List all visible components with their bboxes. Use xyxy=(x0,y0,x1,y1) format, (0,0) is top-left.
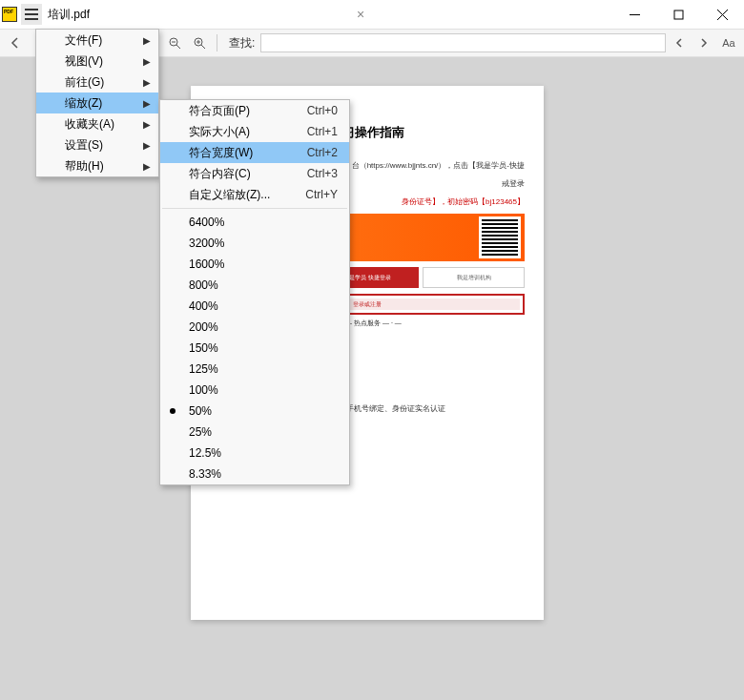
zoom-level-6400%[interactable]: 6400% xyxy=(160,212,349,233)
document-title: 培训.pdf xyxy=(48,7,90,23)
find-next-button[interactable] xyxy=(692,31,715,54)
shortcut-label: Ctrl+0 xyxy=(307,104,338,117)
app-icon xyxy=(2,7,17,22)
window-close-button[interactable] xyxy=(700,0,744,29)
zoom-level-3200%[interactable]: 3200% xyxy=(160,233,349,254)
svg-rect-1 xyxy=(674,10,683,19)
zoom-level-150%[interactable]: 150% xyxy=(160,338,349,359)
zoom-level-12.5%[interactable]: 12.5% xyxy=(160,443,349,463)
menu-item-收藏夹(A)[interactable]: 收藏夹(A)▶ xyxy=(36,113,158,134)
window-maximize-button[interactable] xyxy=(656,0,700,29)
shortcut-label: Ctrl+1 xyxy=(307,125,338,138)
zoom-level-100%[interactable]: 100% xyxy=(160,380,349,401)
zoom-level-50%[interactable]: 50% xyxy=(160,401,349,422)
submenu-arrow-icon: ▶ xyxy=(143,77,151,88)
shortcut-label: Ctrl+2 xyxy=(307,146,338,159)
submenu-arrow-icon: ▶ xyxy=(143,161,151,172)
tab-org: 我是培训机构 xyxy=(423,267,525,288)
zoom-item-符合内容(C)[interactable]: 符合内容(C)Ctrl+3 xyxy=(160,163,349,184)
submenu-arrow-icon: ▶ xyxy=(143,56,151,67)
submenu-arrow-icon: ▶ xyxy=(143,119,151,130)
menu-item-文件(F)[interactable]: 文件(F)▶ xyxy=(36,30,158,51)
zoom-level-200%[interactable]: 200% xyxy=(160,317,349,338)
svg-line-9 xyxy=(176,45,180,49)
zoom-level-1600%[interactable]: 1600% xyxy=(160,254,349,275)
zoom-item-符合页面(P)[interactable]: 符合页面(P)Ctrl+0 xyxy=(160,100,349,121)
svg-line-13 xyxy=(201,45,205,49)
find-input[interactable] xyxy=(260,33,666,52)
submenu-arrow-icon: ▶ xyxy=(143,35,151,46)
main-menu-button[interactable] xyxy=(21,4,42,25)
zoom-in-button[interactable] xyxy=(188,31,211,54)
match-case-button[interactable]: Aa xyxy=(717,31,740,54)
zoom-level-125%[interactable]: 125% xyxy=(160,359,349,380)
zoom-submenu: 符合页面(P)Ctrl+0实际大小(A)Ctrl+1符合宽度(W)Ctrl+2符… xyxy=(159,99,350,485)
qr-code xyxy=(479,216,521,258)
zoom-level-8.33%[interactable]: 8.33% xyxy=(160,463,349,484)
zoom-out-button[interactable] xyxy=(163,31,186,54)
zoom-item-符合宽度(W)[interactable]: 符合宽度(W)Ctrl+2 xyxy=(160,142,349,163)
zoom-level-800%[interactable]: 800% xyxy=(160,275,349,296)
zoom-item-自定义缩放(Z)...[interactable]: 自定义缩放(Z)...Ctrl+Y xyxy=(160,184,349,205)
menu-item-视图(V)[interactable]: 视图(V)▶ xyxy=(36,51,158,72)
menu-item-缩放(Z)[interactable]: 缩放(Z)▶ xyxy=(36,93,158,113)
shortcut-label: Ctrl+3 xyxy=(307,167,338,180)
window-minimize-button[interactable] xyxy=(612,0,656,29)
find-label: 查找: xyxy=(229,35,255,51)
current-zoom-indicator-icon xyxy=(170,408,176,414)
zoom-level-400%[interactable]: 400% xyxy=(160,296,349,317)
submenu-arrow-icon: ▶ xyxy=(143,98,151,109)
menu-item-设置(S)[interactable]: 设置(S)▶ xyxy=(36,134,158,155)
close-tab-button[interactable]: × xyxy=(357,7,364,22)
shortcut-label: Ctrl+Y xyxy=(305,188,338,201)
submenu-arrow-icon: ▶ xyxy=(143,140,151,151)
find-prev-button[interactable] xyxy=(668,31,691,54)
zoom-level-25%[interactable]: 25% xyxy=(160,422,349,443)
nav-back-button[interactable] xyxy=(4,31,27,54)
main-menu: 文件(F)▶视图(V)▶前往(G)▶缩放(Z)▶收藏夹(A)▶设置(S)▶帮助(… xyxy=(35,29,159,177)
menu-item-帮助(H)[interactable]: 帮助(H)▶ xyxy=(36,155,158,176)
menu-item-前往(G)[interactable]: 前往(G)▶ xyxy=(36,72,158,93)
zoom-item-实际大小(A)[interactable]: 实际大小(A)Ctrl+1 xyxy=(160,121,349,142)
titlebar: 培训.pdf × xyxy=(0,0,744,29)
